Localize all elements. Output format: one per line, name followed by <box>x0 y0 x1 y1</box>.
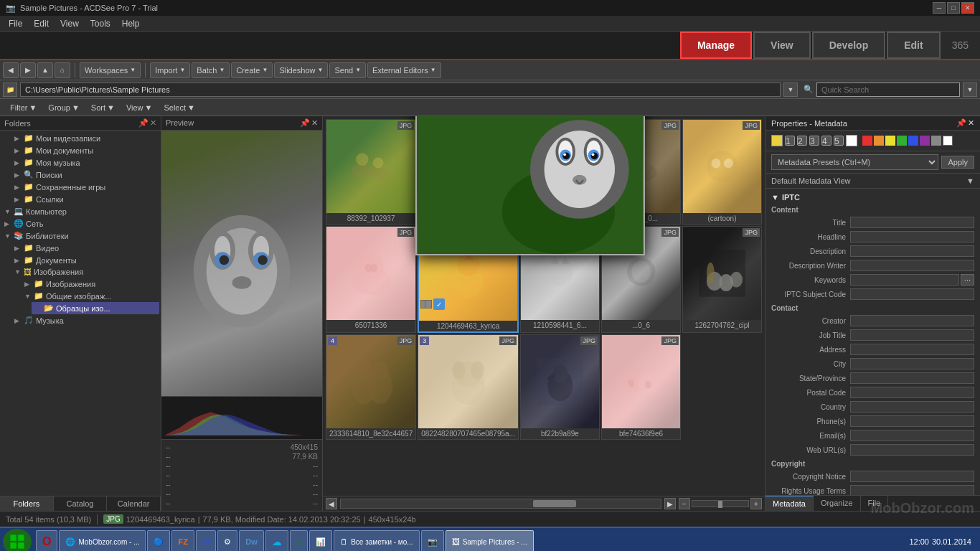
iptc-toggle[interactable]: ▼ IPTC <box>771 192 974 203</box>
input-address[interactable] <box>850 344 974 355</box>
thumb-9[interactable]: JPG ...0_6 <box>601 226 681 333</box>
input-headline[interactable] <box>850 231 974 242</box>
addr-dropdown-btn[interactable]: ▼ <box>783 83 798 97</box>
apply-btn[interactable]: Apply <box>941 156 974 169</box>
input-city[interactable] <box>850 358 974 369</box>
sidebar-pin-icon[interactable]: 📌 <box>138 118 149 128</box>
taskbar-btn-chrome[interactable]: 🔵 <box>147 530 170 551</box>
input-web[interactable] <box>850 444 974 456</box>
prop-close-icon[interactable]: ✕ <box>968 118 974 128</box>
color-dot-3[interactable]: 3 <box>809 136 819 146</box>
color-dot-white[interactable] <box>846 135 857 146</box>
tree-item-libraries[interactable]: ▼ 📚 Библиотеки <box>1 230 159 242</box>
tree-item-images[interactable]: ▼ 🖼 Изображения <box>11 266 159 278</box>
thumb-5[interactable]: JPG (cartoon) <box>682 119 762 225</box>
taskbar-btn-acdsee-icon[interactable]: 📷 <box>421 530 444 551</box>
taskbar-btn-opera[interactable]: O <box>36 530 57 551</box>
zoom-slider[interactable] <box>692 500 749 507</box>
menu-tools[interactable]: Tools <box>85 17 116 30</box>
hscrollbar[interactable] <box>340 499 661 509</box>
scroll-left-btn[interactable]: ◀ <box>326 498 337 509</box>
thumb-12[interactable]: 3 JPG 082248280707465e08795a... <box>418 334 519 440</box>
maximize-btn[interactable]: □ <box>947 2 960 14</box>
send-btn[interactable]: Send ▼ <box>329 62 366 78</box>
prop-pin-icon[interactable]: 📌 <box>956 118 966 128</box>
select-btn[interactable]: Select ▼ <box>159 102 199 113</box>
slideshow-btn[interactable]: Slideshow ▼ <box>274 62 328 78</box>
start-button[interactable] <box>3 529 32 551</box>
swatch-red[interactable] <box>862 136 872 146</box>
tab-folders[interactable]: Folders <box>0 496 54 511</box>
tree-item-video[interactable]: ▶ 📁 Видео <box>11 242 159 254</box>
preview-close-icon[interactable]: ✕ <box>311 118 318 128</box>
input-rights-usage[interactable] <box>850 485 974 495</box>
sidebar-close-icon[interactable]: ✕ <box>150 118 156 128</box>
tab-catalog[interactable]: Catalog <box>54 496 108 511</box>
close-btn[interactable]: ✕ <box>961 2 974 14</box>
swatch-yellow[interactable] <box>885 136 895 146</box>
address-input[interactable] <box>20 83 781 97</box>
chevron-down-icon[interactable]: ▼ <box>966 176 974 185</box>
tab-manage[interactable]: Manage <box>680 32 752 59</box>
tree-item-docs[interactable]: ▶ 📁 Мои документы <box>11 144 159 156</box>
hscrollbar-thumb[interactable] <box>533 500 576 507</box>
color-check-yellow[interactable] <box>771 135 783 146</box>
tab-365[interactable]: 365 <box>941 32 980 59</box>
swatch-green[interactable] <box>897 136 907 146</box>
preview-pin-icon[interactable]: 📌 <box>300 118 310 128</box>
zoom-handle[interactable] <box>718 501 722 508</box>
taskbar-btn-word[interactable]: W <box>196 530 216 551</box>
input-state[interactable] <box>850 372 974 384</box>
batch-btn[interactable]: Batch ▼ <box>192 62 230 78</box>
thumb-1[interactable]: JPG 88392_102937 <box>326 119 416 225</box>
scroll-right-btn[interactable]: ▶ <box>664 498 676 509</box>
tree-item-videos[interactable]: ▶ 📁 Мои видеозаписи <box>11 132 159 144</box>
taskbar-btn-acdsee[interactable]: 🖼 Sample Pictures - ... <box>446 530 534 551</box>
input-iptc-code[interactable] <box>850 288 974 300</box>
menu-edit[interactable]: Edit <box>28 17 55 30</box>
input-email[interactable] <box>850 430 974 441</box>
tab-calendar[interactable]: Calendar <box>107 496 161 511</box>
input-phone[interactable] <box>850 415 974 427</box>
taskbar-btn-notes[interactable]: 📊 <box>309 530 332 551</box>
swatch-blue[interactable] <box>908 136 918 146</box>
view-filter-btn[interactable]: View ▼ <box>122 102 157 113</box>
input-title[interactable] <box>850 217 974 228</box>
color-dot-4[interactable]: 4 <box>821 136 831 146</box>
taskbar-btn-filezilla[interactable]: FZ <box>171 530 194 551</box>
thumb-14[interactable]: JPG bfe74636f9e6 <box>601 334 681 440</box>
swatch-orange[interactable] <box>874 136 884 146</box>
thumb-10[interactable]: JPG 1262704762_cipl <box>682 226 762 333</box>
swatch-white2[interactable] <box>943 136 953 146</box>
taskbar-btn-tool[interactable]: ⚙ <box>217 530 237 551</box>
zoom-out-btn[interactable]: − <box>679 498 690 509</box>
swatch-gray[interactable] <box>931 136 941 146</box>
tab-develop[interactable]: Develop <box>812 32 885 59</box>
thumb-11[interactable]: 4 JPG 2333614810_8e32c44657 <box>326 334 416 440</box>
input-postal[interactable] <box>850 387 974 398</box>
color-dot-1[interactable]: 1 <box>785 136 795 146</box>
preset-select[interactable]: Metadata Presets (Ctrl+M) <box>771 154 938 170</box>
nav-forward[interactable]: ▶ <box>20 62 36 78</box>
group-btn[interactable]: Group ▼ <box>44 102 83 113</box>
menu-help[interactable]: Help <box>116 17 146 30</box>
input-country[interactable] <box>850 401 974 413</box>
taskbar-btn-allnotes[interactable]: 🗒 Все заметки - мо... <box>334 530 419 551</box>
input-desc-writer[interactable] <box>850 260 974 271</box>
import-btn[interactable]: Import ▼ <box>150 62 190 78</box>
workspaces-btn[interactable]: Workspaces ▼ <box>80 62 141 78</box>
tree-item-music[interactable]: ▶ 📁 Моя музыка <box>11 156 159 169</box>
filter-btn[interactable]: Filter ▼ <box>6 102 41 113</box>
search-dropdown-btn[interactable]: ▼ <box>963 83 977 97</box>
nav-home[interactable]: ⌂ <box>55 62 70 78</box>
menu-view[interactable]: View <box>55 17 85 30</box>
taskbar-btn-skype[interactable]: ☁ <box>265 530 288 551</box>
input-creator[interactable] <box>850 315 974 326</box>
create-btn[interactable]: Create ▼ <box>231 62 273 78</box>
tree-item-computer[interactable]: ▼ 💻 Компьютер <box>1 205 159 217</box>
tree-item-sample-pics[interactable]: 📂 Образцы изо... <box>32 302 159 314</box>
tab-view[interactable]: View <box>753 32 811 59</box>
external-editors-btn[interactable]: External Editors ▼ <box>367 62 441 78</box>
input-job-title[interactable] <box>850 329 974 341</box>
tree-item-search[interactable]: ▶ 🔍 Поиски <box>11 169 159 181</box>
